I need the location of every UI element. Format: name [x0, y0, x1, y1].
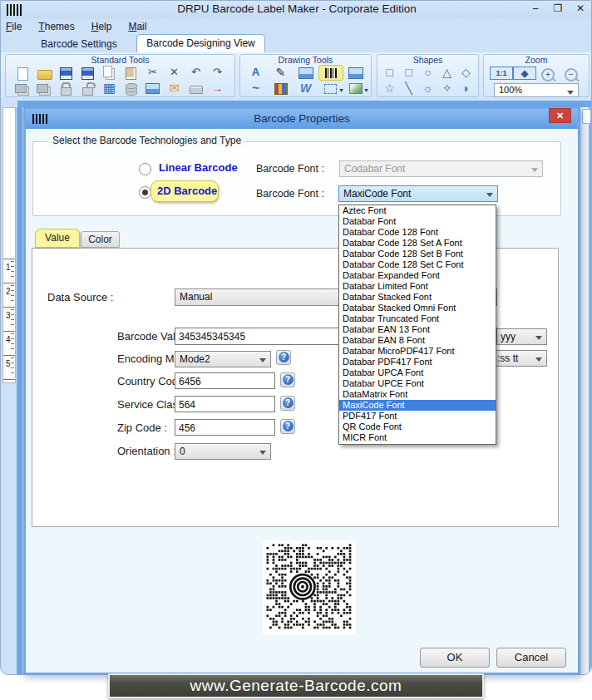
- tab-value[interactable]: Value: [35, 229, 80, 248]
- tab-barcode-settings[interactable]: Barcode Settings: [24, 37, 134, 52]
- font-option[interactable]: MICR Font: [339, 432, 496, 443]
- font-option[interactable]: Databar Limited Font: [339, 281, 496, 292]
- 2d-barcode-label[interactable]: 2D Barcode: [157, 185, 217, 197]
- font-option[interactable]: DataMatrix Font: [339, 389, 496, 400]
- tool-button[interactable]: [99, 65, 121, 81]
- shape-button[interactable]: ○: [418, 65, 437, 81]
- zoom-in-button[interactable]: +: [536, 67, 560, 82]
- service-class-help-button[interactable]: ?: [280, 396, 295, 411]
- shape-button[interactable]: □: [399, 65, 418, 81]
- linear-barcode-radio[interactable]: [139, 163, 151, 175]
- menu-item[interactable]: Themes: [38, 21, 74, 32]
- shape-button[interactable]: □: [380, 65, 399, 81]
- toolbar-group-label: Standard Tools: [6, 55, 234, 65]
- tool-button[interactable]: [318, 81, 343, 96]
- tool-button[interactable]: [269, 81, 294, 96]
- font-option[interactable]: QR Code Font: [339, 421, 496, 432]
- tool-button[interactable]: W: [294, 81, 318, 96]
- shape-button[interactable]: ☆: [380, 81, 399, 96]
- shape-button[interactable]: ◗: [456, 81, 476, 96]
- tool-button[interactable]: [77, 65, 99, 81]
- country-code-input[interactable]: 6456: [175, 372, 275, 389]
- font-option[interactable]: Databar Code 128 Set C Font: [339, 259, 496, 270]
- window-control-button[interactable]: ❐: [549, 2, 567, 16]
- tool-button[interactable]: ✂: [142, 65, 164, 81]
- menu-item[interactable]: Mail: [128, 21, 146, 32]
- tool-button[interactable]: ~: [244, 81, 269, 96]
- font-option[interactable]: Databar PDF417 Font: [339, 357, 496, 367]
- shape-button[interactable]: ✧: [437, 81, 456, 96]
- font-option[interactable]: Databar UPCA Font: [339, 367, 496, 378]
- font-option[interactable]: PDF417 Font: [339, 411, 496, 421]
- service-class-input[interactable]: 564: [175, 396, 275, 412]
- font-option[interactable]: Databar MicroPDF417 Font: [339, 346, 496, 357]
- zoom-fit-button[interactable]: ◆: [513, 67, 536, 80]
- zoom-out-button[interactable]: −: [560, 67, 583, 82]
- toolbar-group-label: Drawing Tools: [240, 55, 371, 65]
- tool-button[interactable]: [142, 81, 164, 96]
- window-control-button[interactable]: ✕: [571, 2, 590, 16]
- 2d-barcode-radio[interactable]: [139, 186, 151, 199]
- zoom-level-select[interactable]: 100%: [494, 83, 579, 97]
- encoding-mode-help-button[interactable]: ?: [276, 350, 291, 365]
- tool-button[interactable]: [12, 65, 34, 81]
- font-option[interactable]: Databar Code 128 Set B Font: [339, 249, 496, 259]
- shape-button[interactable]: ◇: [456, 65, 476, 81]
- shape-button[interactable]: △: [437, 65, 456, 81]
- tool-button[interactable]: [185, 81, 207, 96]
- font-option[interactable]: Databar Stacked Font: [339, 292, 496, 303]
- font-option[interactable]: Databar EAN 8 Font: [339, 335, 496, 346]
- tab-color[interactable]: Color: [81, 231, 120, 248]
- tool-button[interactable]: ✕: [164, 65, 185, 81]
- font-option[interactable]: Databar EAN 13 Font: [339, 324, 496, 335]
- cancel-button[interactable]: Cancel: [496, 648, 566, 668]
- menu-item[interactable]: Help: [91, 21, 112, 32]
- font-option[interactable]: Databar Code 128 Font: [339, 227, 496, 238]
- shape-button[interactable]: ☼: [418, 81, 437, 96]
- tool-button[interactable]: [34, 81, 56, 96]
- dialog-close-button[interactable]: ✕: [549, 108, 571, 123]
- orientation-dropdown[interactable]: 0: [175, 443, 271, 460]
- encoding-mode-dropdown[interactable]: Mode2: [175, 351, 271, 367]
- ok-button[interactable]: OK: [420, 648, 490, 668]
- tool-button[interactable]: [77, 81, 99, 96]
- window-control-button[interactable]: –: [526, 2, 545, 16]
- font-option[interactable]: Databar Stacked Omni Font: [339, 303, 496, 313]
- scrollbar-thumb[interactable]: [582, 109, 591, 124]
- tool-button[interactable]: [294, 65, 318, 81]
- tool-button[interactable]: [121, 65, 142, 81]
- tool-button[interactable]: [343, 81, 368, 96]
- font-option[interactable]: Databar Font: [339, 216, 496, 227]
- zip-code-input[interactable]: 456: [175, 419, 275, 436]
- 2d-font-dropdown[interactable]: MaxiCode Font: [338, 185, 498, 202]
- tool-button[interactable]: ▦: [99, 81, 121, 96]
- country-code-help-button[interactable]: ?: [280, 372, 295, 387]
- tool-button[interactable]: [318, 65, 343, 81]
- footer-url: www.Generate-Barcode.com: [110, 675, 482, 697]
- font-option[interactable]: Databar Expanded Font: [339, 270, 496, 281]
- tool-button[interactable]: A: [244, 65, 269, 81]
- tool-button[interactable]: [121, 81, 142, 96]
- menu-item[interactable]: File: [6, 21, 22, 32]
- tool-button[interactable]: [34, 65, 56, 81]
- tool-button[interactable]: ✉: [164, 81, 185, 96]
- zoom-actual-button[interactable]: 1:1: [490, 67, 513, 80]
- tab-barcode-designing-view[interactable]: Barcode Designing View: [136, 34, 265, 52]
- tool-button[interactable]: ↷: [207, 65, 229, 81]
- font-option[interactable]: Databar UPCE Font: [339, 378, 496, 389]
- tool-button[interactable]: [56, 81, 77, 96]
- font-option[interactable]: MaxiCode Font: [339, 400, 496, 411]
- font-option[interactable]: Databar Code 128 Set A Font: [339, 238, 496, 249]
- font-option[interactable]: Aztec Font: [339, 205, 496, 216]
- tool-button[interactable]: [12, 81, 34, 96]
- tool-button[interactable]: ✎: [269, 65, 294, 81]
- tool-button[interactable]: ↶: [185, 65, 207, 81]
- linear-barcode-label[interactable]: Linear Barcode: [159, 161, 238, 174]
- toolbar-group-drawing-tools: Drawing Tools A✎~W: [239, 54, 372, 97]
- font-option[interactable]: Databar Truncated Font: [339, 313, 496, 324]
- shape-button[interactable]: ╲: [399, 81, 418, 96]
- tool-button[interactable]: →: [207, 81, 229, 96]
- tool-button[interactable]: [56, 65, 77, 81]
- zip-code-help-button[interactable]: ?: [280, 419, 295, 434]
- tool-button[interactable]: [343, 65, 368, 81]
